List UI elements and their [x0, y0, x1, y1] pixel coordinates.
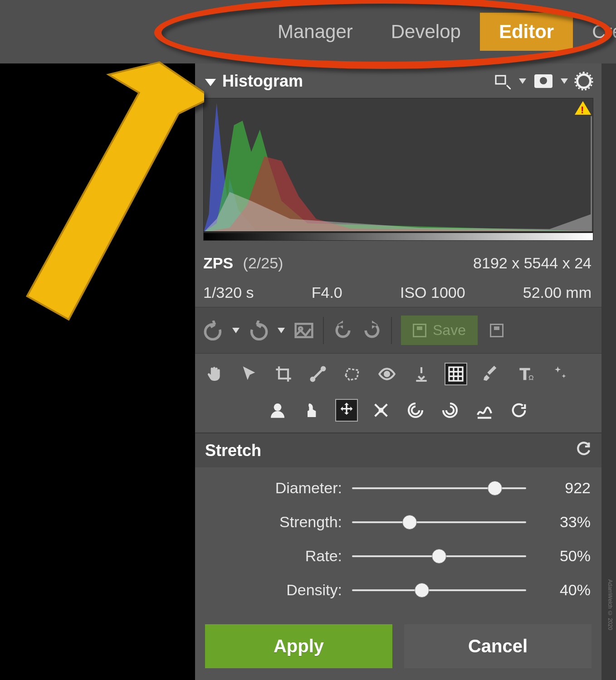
density-label: Density:: [206, 581, 342, 599]
exif-iso: ISO 1000: [400, 284, 465, 301]
density-value: 40%: [536, 581, 591, 599]
exif-shutter: 1/320 s: [203, 284, 254, 301]
picker-dropdown-icon[interactable]: [519, 78, 526, 84]
strength-label: Strength:: [206, 513, 342, 531]
strength-thumb[interactable]: [402, 515, 417, 529]
density-slider[interactable]: [352, 589, 526, 591]
move-tool-icon[interactable]: [335, 399, 358, 422]
diameter-label: Diameter:: [206, 479, 342, 497]
text-tool-icon[interactable]: Ω: [513, 363, 536, 385]
gear-icon[interactable]: [576, 73, 592, 89]
clipping-warning-icon[interactable]: [575, 101, 591, 115]
rate-slider[interactable]: [352, 555, 526, 557]
slider-rate: Rate: 50%: [206, 547, 591, 565]
slider-strength: Strength: 33%: [206, 513, 591, 531]
undo-icon[interactable]: [203, 321, 223, 340]
histogram-title: Histogram: [222, 72, 488, 91]
tool-row-2: [195, 394, 601, 432]
effects-tool-icon[interactable]: [548, 363, 571, 385]
history-toolbar: Save: [195, 307, 601, 354]
image-count: (2/25): [243, 254, 284, 272]
diameter-value: 922: [536, 479, 591, 497]
crop-tool-icon[interactable]: [272, 363, 295, 385]
tab-editor[interactable]: Editor: [480, 13, 573, 51]
tab-develop[interactable]: Develop: [372, 13, 480, 51]
strength-value: 33%: [536, 513, 591, 531]
exif-aperture: F4.0: [312, 284, 342, 301]
reset-tool-icon[interactable]: [508, 399, 530, 422]
hand-tool-icon[interactable]: [203, 363, 226, 385]
swirl-right-tool-icon[interactable]: [439, 399, 461, 422]
tool-row-1: Ω: [195, 354, 601, 394]
section-title: Stretch: [205, 441, 261, 460]
save-button[interactable]: Save: [401, 316, 478, 345]
pinch-tool-icon[interactable]: [370, 399, 392, 422]
exif-focal: 52.00 mm: [523, 284, 592, 301]
collapse-toggle-icon[interactable]: [205, 79, 216, 86]
pointer-tool-icon[interactable]: [238, 363, 260, 385]
rate-value: 50%: [536, 547, 591, 565]
smooth-tool-icon[interactable]: [473, 399, 496, 422]
image-dimensions: 8192 x 5544 x 24: [473, 254, 592, 272]
redo-dropdown-icon[interactable]: [278, 328, 285, 333]
floppy-icon: [413, 324, 426, 337]
slider-density: Density: 40%: [206, 581, 591, 599]
rate-label: Rate:: [206, 547, 342, 565]
histogram-gradient: [203, 233, 593, 241]
undo-dropdown-icon[interactable]: [232, 328, 240, 333]
face-tool-icon[interactable]: [266, 399, 289, 422]
save-label: Save: [433, 322, 466, 339]
svg-point-11: [380, 409, 383, 412]
tab-manager[interactable]: Manager: [259, 13, 372, 51]
svg-point-6: [322, 367, 325, 370]
histogram-chart[interactable]: [203, 98, 593, 233]
diameter-slider[interactable]: [352, 487, 526, 489]
reset-section-icon[interactable]: [576, 441, 592, 460]
stretch-section-header: Stretch: [195, 432, 601, 467]
rate-thumb[interactable]: [432, 549, 446, 563]
svg-point-7: [385, 372, 389, 376]
picker-icon[interactable]: [494, 73, 511, 89]
brush-tool-icon[interactable]: [479, 363, 502, 385]
image-compare-icon[interactable]: [294, 321, 314, 340]
redo-icon[interactable]: [249, 321, 269, 340]
sliders-panel: Diameter: 922 Strength: 33% Rate: 50% De…: [195, 467, 601, 606]
rotate-left-icon[interactable]: [333, 321, 353, 340]
cancel-button[interactable]: Cancel: [404, 624, 592, 668]
image-info: ZPS (2/25) 8192 x 5544 x 24 1/320 s F4.0…: [195, 241, 601, 307]
action-buttons: Apply Cancel: [195, 606, 601, 680]
tab-create[interactable]: Create: [573, 13, 616, 51]
rotate-right-icon[interactable]: [362, 321, 382, 340]
apply-button[interactable]: Apply: [205, 624, 392, 668]
watermark: AdamWelch © 2020: [607, 579, 613, 630]
strength-slider[interactable]: [352, 521, 526, 523]
redeye-tool-icon[interactable]: [376, 363, 398, 385]
push-tool-icon[interactable]: [301, 399, 323, 422]
svg-rect-8: [449, 367, 463, 381]
image-format: ZPS: [203, 254, 233, 272]
camera-icon[interactable]: [534, 74, 552, 88]
svg-text:Ω: Ω: [528, 374, 533, 381]
clone-tool-icon[interactable]: [410, 363, 433, 385]
svg-point-10: [274, 403, 282, 411]
liquify-tool-icon[interactable]: [445, 363, 467, 385]
density-thumb[interactable]: [415, 583, 429, 597]
image-canvas-area: [0, 63, 195, 680]
save-as-icon[interactable]: [487, 321, 507, 340]
straighten-tool-icon[interactable]: [307, 363, 329, 385]
svg-rect-1: [496, 76, 505, 84]
slider-diameter: Diameter: 922: [206, 479, 591, 497]
swirl-left-tool-icon[interactable]: [404, 399, 427, 422]
histogram-header: Histogram: [195, 63, 601, 95]
diameter-thumb[interactable]: [488, 481, 502, 495]
side-panel: Histogram ZPS (2/25) 8192 x 5544 x 24: [195, 63, 601, 680]
camera-dropdown-icon[interactable]: [561, 78, 568, 84]
top-tabs: Manager Develop Editor Create: [0, 0, 616, 63]
svg-point-5: [311, 378, 314, 381]
lasso-tool-icon[interactable]: [341, 363, 364, 385]
